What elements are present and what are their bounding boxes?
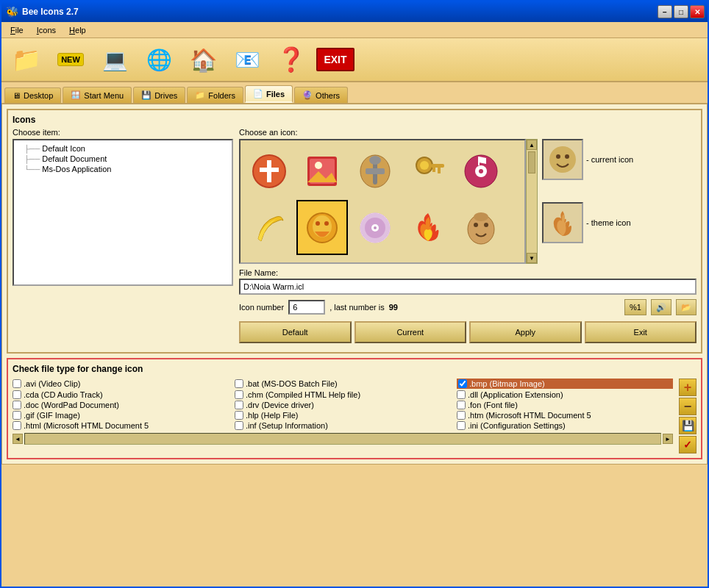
last-number-value: 99 (389, 303, 398, 312)
remove-type-button[interactable]: − (679, 398, 696, 415)
check-bmp-checkbox[interactable] (458, 379, 467, 388)
tab-drives[interactable]: 💾 Drives (133, 87, 185, 103)
folder-toolbar-btn[interactable]: 📁 (7, 40, 46, 79)
check-cda[interactable]: .cda (CD Audio Track) (13, 390, 229, 399)
icon-cell-music[interactable] (455, 143, 507, 198)
check-inf[interactable]: .inf (Setup Information) (235, 421, 451, 430)
scroll-track[interactable] (527, 150, 537, 253)
check-ini[interactable]: .ini (Configuration Settings) (457, 421, 673, 430)
scroll-left-arrow[interactable]: ◄ (13, 434, 23, 444)
check-doc-checkbox[interactable] (13, 401, 21, 409)
svg-point-26 (374, 226, 377, 229)
default-button[interactable]: Default (239, 321, 352, 343)
icon-grid-wrapper: ▲ ▼ (239, 139, 538, 264)
tree-item-msdos[interactable]: └── Ms-Dos Application (17, 164, 229, 174)
check-type-button[interactable]: ✓ (679, 436, 696, 453)
icon-cell-plus[interactable] (243, 143, 295, 198)
check-doc[interactable]: .doc (WordPad Document) (13, 401, 229, 409)
tab-start-menu[interactable]: 🪟 Start Menu (63, 87, 132, 103)
check-hlp-checkbox[interactable] (235, 411, 243, 420)
check-inf-checkbox[interactable] (235, 421, 243, 430)
apply-button[interactable]: Apply (469, 321, 582, 343)
svg-rect-15 (432, 168, 435, 172)
check-bmp[interactable]: .bmp (Bitmap Image) (457, 379, 673, 389)
check-gif-checkbox[interactable] (13, 411, 21, 420)
scroll-up-arrow[interactable]: ▲ (527, 140, 537, 150)
check-fon-checkbox[interactable] (457, 401, 466, 409)
tab-others[interactable]: 🔮 Others (294, 87, 348, 103)
tree-item-default-doc[interactable]: ├── Default Document (17, 154, 229, 164)
icon-cell-fire[interactable] (402, 200, 454, 255)
maximize-button[interactable]: □ (674, 5, 688, 18)
envelope-toolbar-btn[interactable]: 📧 (228, 40, 266, 79)
check-ini-checkbox[interactable] (457, 421, 466, 430)
globe-toolbar-btn[interactable]: 🌐 (140, 40, 178, 79)
new-toolbar-btn[interactable]: NEW (51, 40, 90, 79)
check-gif[interactable]: .gif (GIF Image) (13, 411, 229, 420)
tab-desktop[interactable]: 🖥 Desktop (4, 87, 61, 103)
open-btn[interactable]: 📂 (676, 299, 696, 315)
minimize-button[interactable]: − (658, 5, 672, 18)
tab-files[interactable]: 📄 Files (245, 85, 293, 103)
question-toolbar-btn[interactable]: ❓ (272, 40, 310, 79)
close-button[interactable]: ✕ (690, 5, 705, 18)
menu-file[interactable]: File (4, 24, 29, 36)
check-fon[interactable]: .fon (Font file) (457, 401, 673, 409)
icon-grid-scrollbar[interactable]: ▲ ▼ (526, 139, 538, 264)
svg-point-31 (474, 212, 488, 221)
menu-help[interactable]: Help (63, 24, 92, 36)
house-toolbar-btn[interactable]: 🏠 (184, 40, 222, 79)
filename-input[interactable] (239, 279, 696, 295)
scroll-thumb[interactable] (528, 151, 535, 173)
check-html[interactable]: .html (Microsoft HTML Document 5 (13, 421, 229, 430)
horizontal-scrollbar[interactable] (24, 433, 661, 445)
check-htm-checkbox[interactable] (457, 411, 466, 420)
check-dll[interactable]: .dll (Application Extension) (457, 390, 673, 399)
icon-cell-photo[interactable] (296, 143, 348, 198)
save-type-button[interactable]: 💾 (679, 417, 696, 434)
add-type-button[interactable]: + (679, 379, 696, 396)
icon-cell-banana[interactable] (243, 200, 295, 255)
title-bar: 🐝 Bee Icons 2.7 − □ ✕ (1, 1, 708, 22)
scroll-right-arrow[interactable]: ► (663, 434, 673, 444)
check-file-type-section: Check file type for change icon .avi (Vi… (7, 358, 702, 459)
check-html-checkbox[interactable] (13, 421, 21, 430)
check-chm[interactable]: .chm (Compiled HTML Help file) (235, 390, 451, 399)
computer-toolbar-btn[interactable]: 💻 (96, 40, 134, 79)
check-bat-checkbox[interactable] (235, 379, 243, 388)
scroll-down-arrow[interactable]: ▼ (527, 253, 537, 263)
check-dll-checkbox[interactable] (457, 390, 466, 399)
exit-button[interactable]: Exit (585, 321, 697, 343)
menu-icons[interactable]: Icons (31, 24, 62, 36)
tab-folders-label: Folders (208, 91, 235, 100)
check-htm[interactable]: .htm (Microsoft HTML Document 5 (457, 411, 673, 420)
filename-label: File Name: (239, 268, 696, 277)
check-avi[interactable]: .avi (Video Clip) (13, 379, 229, 389)
zoom-btn[interactable]: %1 (624, 299, 646, 315)
tree-item-default-icon[interactable]: ├── Default Icon (17, 143, 229, 154)
check-avi-checkbox[interactable] (13, 379, 21, 388)
check-cda-checkbox[interactable] (13, 390, 21, 399)
app-title: Bee Icons 2.7 (22, 7, 79, 17)
tab-folders[interactable]: 📁 Folders (187, 87, 243, 103)
current-button[interactable]: Current (354, 321, 467, 343)
check-drv-checkbox[interactable] (235, 401, 243, 409)
check-bat[interactable]: .bat (MS-DOS Batch File) (235, 379, 451, 389)
check-hlp[interactable]: .hlp (Help File) (235, 411, 451, 420)
icon-number-input[interactable] (288, 300, 325, 315)
icon-cell-selected[interactable] (296, 200, 348, 255)
icon-grid[interactable] (239, 139, 526, 264)
choose-item-label: Choose item: (13, 128, 233, 137)
icon-cell-wrench[interactable] (349, 143, 401, 198)
check-drv[interactable]: .drv (Device driver) (235, 401, 451, 409)
icon-cell-face[interactable] (455, 200, 507, 255)
tree-panel: Choose item: ├── Default Icon ├── Defaul… (13, 128, 233, 348)
exit-toolbar-btn[interactable]: EXIT (316, 40, 354, 79)
tree-box[interactable]: ├── Default Icon ├── Default Document └─… (13, 139, 233, 286)
filename-row: File Name: (239, 268, 696, 295)
icons-body: Choose item: ├── Default Icon ├── Defaul… (13, 128, 696, 348)
icon-cell-key[interactable] (402, 143, 454, 198)
icon-cell-disc[interactable] (349, 200, 401, 255)
check-chm-checkbox[interactable] (235, 390, 243, 399)
sound-btn[interactable]: 🔊 (651, 299, 671, 315)
